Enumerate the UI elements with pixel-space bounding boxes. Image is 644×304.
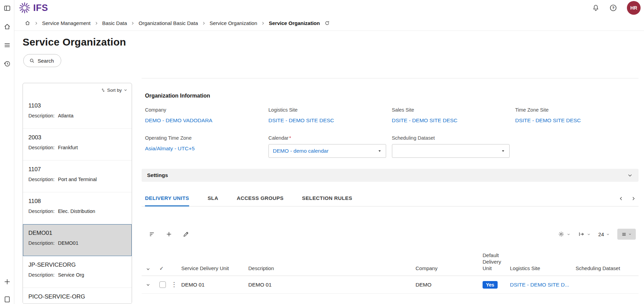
list-item-1107[interactable]: 1107 Description: Port and Terminal [23, 161, 132, 192]
header-scheduling-dataset: Scheduling Dataset [574, 252, 639, 276]
tab-delivery-units[interactable]: DELIVERY UNITS [145, 191, 189, 206]
rail-bottom-group [0, 277, 14, 304]
sales-site-link[interactable]: DSITE - DEMO SITE DESC [392, 117, 458, 124]
kebab-column-header [169, 252, 179, 276]
search-button[interactable]: Search [23, 54, 61, 67]
breadcrumb-item-service-organization[interactable]: Service Organization [210, 20, 257, 26]
list-item-jp-serviceorg[interactable]: JP-SERVICEORG Description: Service Org [23, 256, 132, 288]
organization-list-panel: Sort by 1103 Description: Atlanta 2003 [23, 83, 132, 304]
field-label: Time Zone Site [515, 107, 639, 113]
field-sales-site: Sales Site DSITE - DEMO SITE DESC [392, 107, 515, 124]
chevron-right-icon [34, 21, 38, 25]
tab-selection-rules[interactable]: SELECTION RULES [302, 191, 352, 206]
tab-sla[interactable]: SLA [208, 191, 218, 206]
header-default-delivery-unit: Default Delivery Unit [481, 252, 508, 276]
field-label: Sales Site [392, 107, 515, 113]
chevron-down-icon [627, 172, 633, 178]
app-root: IFS ? HR Service Management B [0, 0, 644, 304]
expand-all-icon[interactable] [146, 267, 150, 271]
scheduling-dataset-select[interactable] [392, 144, 510, 158]
field-scheduling-dataset: Scheduling Dataset [392, 135, 515, 158]
page-size-selector[interactable]: 24 [598, 231, 610, 237]
breadcrumb-item-service-management[interactable]: Service Management [42, 20, 91, 26]
list-item-code: DEMO01 [28, 230, 127, 237]
calendar-select-value: DEMO - demo calendar [273, 148, 329, 154]
logo-text: IFS [33, 3, 48, 13]
list-item-description: Description: Port and Terminal [28, 177, 127, 182]
edit-button[interactable] [183, 231, 189, 238]
search-button-label: Search [38, 58, 54, 64]
field-operating-time-zone: Operating Time Zone Asia/Almaty - UTC+5 [145, 135, 268, 158]
sort-icon [101, 88, 105, 92]
home-icon[interactable] [3, 22, 12, 31]
table-row[interactable]: ⋮ DEMO 01 DEMO 01 DEMO Yes DSITE - DEMO … [142, 276, 639, 294]
help-icon[interactable]: ? [609, 4, 617, 12]
list-item-code: 1107 [28, 166, 127, 173]
select-all-check-icon[interactable]: ✓ [159, 265, 164, 271]
list-item-1108[interactable]: 1108 Description: Elec. Distribution [23, 192, 132, 224]
svg-text:?: ? [612, 6, 615, 10]
field-calendar: Calendar* DEMO - demo calendar [268, 135, 392, 158]
chevron-down-icon [628, 232, 632, 236]
tab-scroll-left-button[interactable] [619, 196, 623, 201]
notifications-bell-icon[interactable] [592, 4, 600, 12]
tab-scroll-right-button[interactable] [631, 196, 636, 201]
plus-icon[interactable] [3, 277, 12, 286]
cell-service-delivery-unit: DEMO 01 [179, 276, 246, 294]
filter-button[interactable] [148, 231, 155, 238]
refresh-icon[interactable] [324, 20, 330, 26]
delivery-units-table: ✓ Service Delivery Unit Description Comp… [142, 252, 639, 294]
logistics-site-link[interactable]: DSITE - DEMO SITE DESC [268, 117, 334, 124]
list-item-description: Description: Service Org [28, 272, 127, 278]
view-toggle-button[interactable] [617, 229, 636, 240]
add-row-button[interactable] [166, 231, 172, 238]
chevron-right-icon [202, 21, 206, 25]
time-zone-site-link[interactable]: DSITE - DEMO SITE DESC [515, 117, 581, 124]
export-button[interactable] [578, 231, 591, 238]
row-logistics-site-link[interactable]: DSITE - DEMO SITE D... [510, 282, 569, 288]
tab-scroll-arrows [619, 191, 639, 206]
list-item-demo01[interactable]: DEMO01 Description: DEMO01 [23, 224, 132, 256]
breadcrumb-item-basic-data[interactable]: Basic Data [102, 20, 127, 26]
field-company: Company DEMO - DEMO VADODARA [145, 107, 268, 124]
field-label: Operating Time Zone [145, 135, 268, 141]
avatar[interactable]: HR [627, 1, 641, 15]
field-label: Company [145, 107, 268, 113]
tab-access-groups[interactable]: ACCESS GROUPS [237, 191, 284, 206]
sort-by-button[interactable]: Sort by [101, 88, 128, 93]
toolbar-right-group: 24 [558, 229, 636, 240]
header-service-delivery-unit: Service Delivery Unit [179, 252, 246, 276]
document-icon[interactable] [3, 295, 12, 304]
field-label: Scheduling Dataset [392, 135, 515, 141]
list-item-description: Description: Atlanta [28, 113, 127, 118]
row-expand-icon[interactable] [146, 282, 150, 287]
breadcrumb-item-organizational-basic-data[interactable]: Organizational Basic Data [139, 20, 198, 26]
table-settings-button[interactable] [558, 231, 570, 238]
calendar-select[interactable]: DEMO - demo calendar [268, 144, 386, 158]
company-link[interactable]: DEMO - DEMO VADODARA [145, 117, 212, 124]
breadcrumb-current: Service Organization [269, 20, 320, 26]
list-item-2003[interactable]: 2003 Description: Frankfurt [23, 129, 132, 161]
sort-by-label: Sort by [107, 88, 122, 93]
dropdown-caret-icon [378, 149, 382, 153]
settings-section-header[interactable]: Settings [142, 169, 639, 182]
detail-panel: Organization Information Company DEMO - … [142, 67, 639, 294]
row-checkbox[interactable] [159, 281, 166, 288]
settings-section-title: Settings [147, 172, 168, 178]
history-icon[interactable] [3, 59, 12, 68]
ifs-logo[interactable]: IFS [18, 2, 48, 14]
list-item-pico-service-org[interactable]: PICO-SERVICE-ORG Description: PICO SERVI… [23, 288, 132, 304]
operating-time-zone-link[interactable]: Asia/Almaty - UTC+5 [145, 145, 195, 152]
list-item-code: PICO-SERVICE-ORG [28, 293, 127, 300]
row-kebab-icon[interactable]: ⋮ [171, 281, 177, 288]
main-column: IFS ? HR Service Management B [14, 0, 644, 304]
menu-icon[interactable] [3, 41, 12, 50]
list-item-1103[interactable]: 1103 Description: Atlanta [23, 97, 132, 129]
header-description: Description [246, 252, 413, 276]
panel-toggle-icon[interactable] [3, 4, 12, 13]
chevron-down-icon [587, 232, 591, 236]
breadcrumb-home-icon[interactable] [25, 20, 30, 26]
page-title: Service Organization [23, 36, 644, 48]
avatar-initials: HR [630, 5, 637, 11]
export-icon [578, 231, 585, 238]
